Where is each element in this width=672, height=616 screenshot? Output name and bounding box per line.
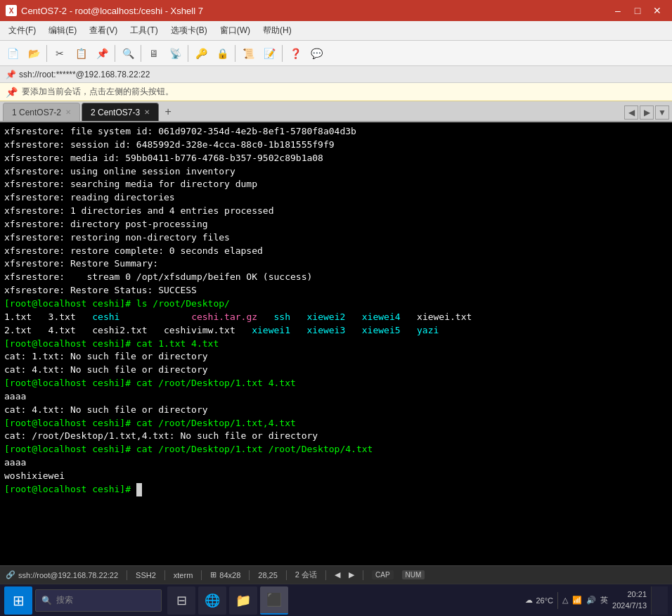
taskbar-right: ☁ 26°C △ 📶 🔊 英 20:21 2024/7/13	[525, 586, 668, 615]
window-title: CentOS7-2 - root@localhost:/ceshi - Xshe…	[21, 6, 203, 16]
ls-2-5: xiewei1	[252, 325, 290, 335]
toolbar-session[interactable]: 🖥	[144, 44, 164, 63]
tab-add-button[interactable]: +	[160, 104, 176, 120]
ls-1-8: xiewei2	[307, 312, 346, 322]
menu-view[interactable]: 查看(V)	[84, 23, 123, 39]
tab-1[interactable]: 1 CentOS7-2 ✕	[3, 103, 80, 121]
toolbar: 📄 📂 ✂ 📋 📌 🔍 🖥 📡 🔑 🔒 📜 📝 ❓ 💬	[0, 41, 672, 66]
ls-1-3: ceshi	[92, 312, 191, 322]
toolbar-find[interactable]: 🔍	[118, 44, 138, 63]
terminal-prompt-2: [root@localhost ceshi]# cat 1.txt 4.txt	[4, 338, 219, 349]
taskbar-notif-icon: △	[562, 596, 568, 605]
toolbar-sep-6	[282, 45, 283, 62]
ls-1-9	[345, 312, 361, 322]
volume-icon: 🔊	[586, 596, 596, 605]
ls-1-11: xiewei.txt	[401, 312, 472, 322]
tab-2-close[interactable]: ✕	[144, 108, 150, 116]
ls-2-11: yazi	[417, 325, 439, 335]
network-icon: 📶	[572, 596, 582, 605]
ls-2-1: 2.txt 4.txt ceshi2.txt ceshivimw.txt	[4, 325, 252, 335]
taskbar-sep	[557, 592, 558, 609]
status-sep-3	[201, 570, 202, 580]
search-placeholder: 搜索	[56, 594, 73, 606]
terminal[interactable]: xfsrestore: file system id: 061d9702-354…	[0, 122, 672, 565]
toolbar-paste[interactable]: 📌	[92, 44, 112, 63]
taskbar-xshell[interactable]: ⬛	[260, 586, 288, 615]
taskbar-sys-icons: ☁ 26°C	[525, 596, 553, 605]
taskbar-pinned-apps: ⊟ 🌐 📁 ⬛	[167, 586, 288, 615]
ssh-connection: ssh://root:******@192.168.78.22:22	[19, 70, 150, 79]
toolbar-cut[interactable]: ✂	[50, 44, 70, 63]
taskbar-language[interactable]: 英	[600, 595, 608, 605]
tip-icon: 📌	[6, 86, 18, 98]
status-cap: CAP	[372, 570, 394, 579]
status-encoding: xterm	[174, 571, 193, 579]
toolbar-help[interactable]: ❓	[285, 44, 305, 63]
status-sep-5	[286, 570, 287, 580]
terminal-output-4: aaaa woshixiewei	[4, 457, 65, 481]
title-bar-left: X CentOS7-2 - root@localhost:/ceshi - Xs…	[6, 5, 203, 16]
taskbar-taskmgr[interactable]: ⊟	[167, 586, 195, 615]
tab-nav-down[interactable]: ▼	[655, 105, 669, 120]
ls-1-6: ssh	[274, 312, 290, 322]
toolbar-transfer[interactable]: 📡	[165, 44, 185, 63]
ls-1-5	[257, 312, 273, 322]
terminal-output-1: cat: 1.txt: No such file or directory ca…	[4, 351, 208, 375]
toolbar-open[interactable]: 📂	[24, 44, 44, 63]
tab-1-close[interactable]: ✕	[65, 108, 71, 116]
taskbar-network[interactable]: 📶	[572, 596, 582, 605]
terminal-line-1: xfsrestore: file system id: 061d9702-354…	[4, 125, 668, 496]
toolbar-scroll[interactable]: 📜	[238, 44, 258, 63]
status-nav-next[interactable]: ▶	[349, 570, 354, 579]
tab-nav-next[interactable]: ▶	[640, 105, 654, 120]
terminal-prompt-6: [root@localhost ceshi]#	[4, 484, 136, 494]
toolbar-new[interactable]: 📄	[3, 44, 22, 63]
minimize-button[interactable]: –	[609, 4, 627, 18]
status-size: ⊞ 84x28	[210, 570, 240, 579]
status-nav-prev[interactable]: ◀	[335, 570, 340, 579]
taskbar-edge[interactable]: 🌐	[198, 586, 226, 615]
status-sep-1	[127, 570, 127, 580]
status-sep-7	[363, 570, 363, 580]
tip-text: 要添加当前会话，点击左侧的箭头按钮。	[22, 86, 174, 98]
menu-tools[interactable]: 工具(T)	[124, 23, 163, 39]
close-button[interactable]: ✕	[648, 4, 666, 18]
terminal-prompt-3: [root@localhost ceshi]# cat /root/Deskto…	[4, 378, 296, 388]
status-position: 28,25	[258, 571, 278, 579]
taskbar: ⊞ 🔍 搜索 ⊟ 🌐 📁 ⬛ ☁ 26°C △ 📶 🔊 英 20:21 2024…	[0, 584, 672, 616]
maximize-button[interactable]: □	[628, 4, 647, 18]
menu-edit[interactable]: 编辑(E)	[43, 23, 82, 39]
toolbar-msg[interactable]: 💬	[306, 44, 326, 63]
tab-nav-prev[interactable]: ◀	[624, 105, 638, 120]
status-sessions: 2 会话	[295, 570, 317, 580]
toolbar-copy[interactable]: 📋	[71, 44, 91, 63]
taskbar-search[interactable]: 🔍 搜索	[35, 589, 162, 612]
taskbar-notification[interactable]: △	[562, 596, 568, 605]
terminal-cursor	[136, 483, 142, 496]
menu-help[interactable]: 帮助(H)	[257, 23, 297, 39]
terminal-text: xfsrestore: file system id: 061d9702-354…	[4, 126, 356, 295]
status-connection: 🔗 ssh://root@192.168.78.22:22	[6, 570, 118, 579]
menu-window[interactable]: 窗口(W)	[214, 23, 256, 39]
taskbar-explorer[interactable]: 📁	[229, 586, 257, 615]
tab-1-label: 1 CentOS7-2	[12, 108, 61, 117]
taskbar-weather: ☁	[525, 596, 533, 605]
terminal-prompt-4: [root@localhost ceshi]# cat /root/Deskto…	[4, 418, 296, 428]
status-ssh-icon: 🔗	[6, 570, 15, 579]
taskbar-clock[interactable]: 20:21 2024/7/13	[612, 589, 647, 611]
start-button[interactable]: ⊞	[4, 586, 32, 615]
menu-file[interactable]: 文件(F)	[3, 23, 41, 39]
title-bar: X CentOS7-2 - root@localhost:/ceshi - Xs…	[0, 0, 672, 21]
toolbar-key[interactable]: 🔑	[191, 44, 211, 63]
tab-2[interactable]: 2 CentOS7-3 ✕	[82, 103, 159, 121]
status-size-icon: ⊞	[210, 570, 217, 579]
menu-tab[interactable]: 选项卡(B)	[165, 23, 213, 39]
terminal-output-2: aaaa cat: 4.txt: No such file or directo…	[4, 391, 208, 415]
status-protocol: SSH2	[136, 571, 156, 579]
menu-bar: 文件(F) 编辑(E) 查看(V) 工具(T) 选项卡(B) 窗口(W) 帮助(…	[0, 21, 672, 41]
toolbar-lock[interactable]: 🔒	[212, 44, 232, 63]
toolbar-log[interactable]: 📝	[259, 44, 279, 63]
taskbar-volume[interactable]: 🔊	[586, 596, 596, 605]
taskbar-show-desktop[interactable]	[651, 586, 668, 615]
status-sep-4	[249, 570, 250, 580]
